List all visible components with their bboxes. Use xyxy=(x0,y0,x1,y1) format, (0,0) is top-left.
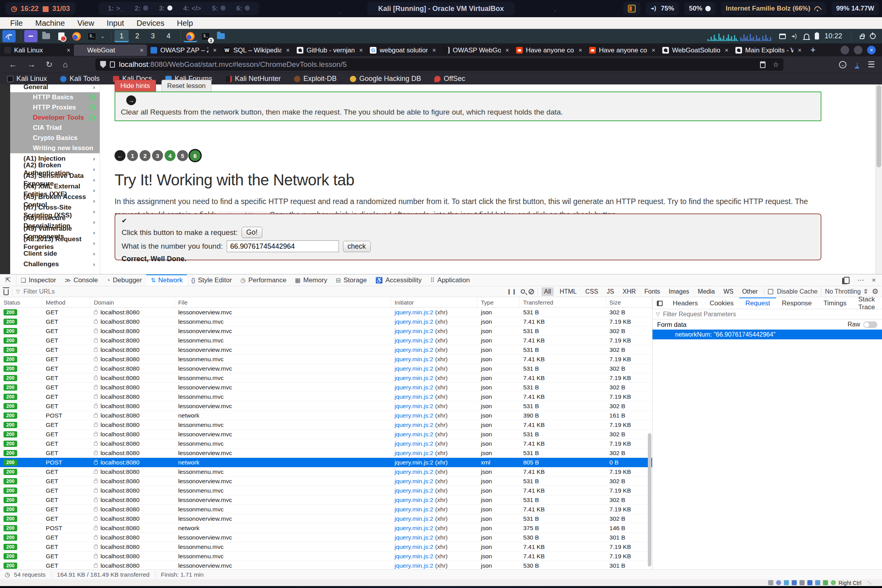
browser-tab[interactable]: WebGoat× xyxy=(74,45,147,56)
devtools-tab[interactable]: ≫Console xyxy=(60,274,102,286)
network-request-row[interactable]: 200 GET localhost:8080 lessonmenu.mvc jq… xyxy=(0,317,652,326)
workspace-indicator-item[interactable]: 1:>_ xyxy=(108,5,124,13)
lock-screen-icon[interactable] xyxy=(860,36,864,39)
go-button[interactable]: Go! xyxy=(242,227,262,238)
network-request-row[interactable]: 200 GET localhost:8080 lessonmenu.mvc jq… xyxy=(0,392,652,402)
request-details-tab[interactable]: Cookies xyxy=(704,298,739,309)
file-manager-icon[interactable] xyxy=(39,30,53,42)
initiator-link[interactable]: jquery.min.js:2 xyxy=(394,440,433,447)
workspace-indicator-item[interactable]: 3: xyxy=(159,5,172,13)
bookmark-item[interactable]: Kali Tools xyxy=(60,75,100,83)
initiator-link[interactable]: jquery.min.js:2 xyxy=(394,497,433,504)
request-type-filter-button[interactable]: Media xyxy=(695,287,718,296)
initiator-link[interactable]: jquery.min.js:2 xyxy=(394,337,433,344)
initiator-link[interactable]: jquery.min.js:2 xyxy=(394,346,433,353)
devtools-tab[interactable]: ⊟Storage xyxy=(332,274,371,286)
request-type-filter-button[interactable]: All xyxy=(541,287,554,296)
vbox-menu-item[interactable]: Machine xyxy=(29,17,71,29)
scrollbar-thumb[interactable] xyxy=(877,85,881,167)
browser-tab[interactable]: GitHub - vernjan/we× xyxy=(293,45,366,56)
lesson-page-button[interactable]: 1 xyxy=(127,150,138,161)
raw-toggle[interactable] xyxy=(863,321,877,328)
initiator-link[interactable]: jquery.min.js:2 xyxy=(394,431,433,438)
tab-close-icon[interactable]: × xyxy=(285,47,290,54)
tab-close-icon[interactable]: × xyxy=(65,47,70,54)
lesson-page-button[interactable]: 4 xyxy=(165,150,176,161)
bookmark-item[interactable]: Kali Linux xyxy=(7,75,47,83)
optical-drive-icon[interactable] xyxy=(776,580,781,585)
initiator-link[interactable]: jquery.min.js:2 xyxy=(394,393,433,400)
network-column-header[interactable]: Domain xyxy=(90,298,175,307)
filter-request-parameters-input[interactable] xyxy=(663,311,776,318)
tab-close-icon[interactable]: × xyxy=(796,47,801,54)
back-button[interactable]: ← xyxy=(4,60,22,69)
network-column-header[interactable]: File xyxy=(175,298,391,307)
lesson-page-button[interactable]: 6 xyxy=(190,150,201,161)
volume-tray-icon[interactable] xyxy=(791,34,798,39)
lesson-page-button[interactable]: 5 xyxy=(177,150,188,161)
disable-cache-checkbox[interactable] xyxy=(768,289,773,294)
clear-requests-icon[interactable] xyxy=(4,289,9,295)
bookmark-item[interactable]: OffSec xyxy=(434,75,465,83)
battery-applet[interactable]: 99% 14.77W xyxy=(832,2,879,15)
network-request-row[interactable]: 200 GET localhost:8080 lessonoverview.mv… xyxy=(0,402,652,411)
browser-tab[interactable]: OWASP ZAP – ZAP i× xyxy=(147,45,220,56)
lesson-page-button[interactable]: 3 xyxy=(152,150,163,161)
network-request-row[interactable]: 200 GET localhost:8080 lessonmenu.mvc jq… xyxy=(0,373,652,383)
network-request-row[interactable]: 200 GET localhost:8080 lessonoverview.mv… xyxy=(0,383,652,392)
request-type-filter-button[interactable]: JS xyxy=(604,287,617,296)
reset-lesson-button[interactable]: Reset lesson xyxy=(161,80,212,92)
scrollbar-thumb[interactable] xyxy=(648,433,651,566)
sidebar-lesson-item[interactable]: HTTP Proxies✓ xyxy=(10,102,100,113)
pager-back-button[interactable]: ← xyxy=(115,150,125,161)
initiator-link[interactable]: jquery.min.js:2 xyxy=(394,468,433,475)
url-bar[interactable]: localhost:8080/WebGoat/start.mvc#lesson/… xyxy=(95,58,783,71)
network-column-header[interactable]: Type xyxy=(477,298,520,307)
firefox-launcher-icon[interactable] xyxy=(70,30,83,42)
initiator-link[interactable]: jquery.min.js:2 xyxy=(394,534,433,541)
devtools-tab[interactable]: {}Style Editor xyxy=(187,274,236,286)
browser-tab[interactable]: Have anyone comple× xyxy=(586,45,659,56)
vbox-menu-item[interactable]: Help xyxy=(170,17,199,29)
devtools-tab[interactable]: ◷Performance xyxy=(236,274,290,286)
new-tab-button[interactable]: + xyxy=(805,45,821,55)
tab-close-icon[interactable]: × xyxy=(577,47,582,54)
sidebar-lesson-item[interactable]: Developer Tools✓ xyxy=(10,113,100,123)
terminal-launcher-icon[interactable]: $_ xyxy=(85,30,99,42)
network-request-row[interactable]: 200 GET localhost:8080 lessonoverview.mv… xyxy=(0,364,652,373)
network-request-row[interactable]: 200 GET localhost:8080 lessonoverview.mv… xyxy=(0,448,652,458)
network-request-row[interactable]: 200 GET localhost:8080 lessonmenu.mvc jq… xyxy=(0,505,652,514)
network-request-row[interactable]: 200 POST localhost:8080 network jquery.m… xyxy=(0,523,652,533)
network-request-row[interactable]: 200 GET localhost:8080 lessonoverview.mv… xyxy=(0,533,652,542)
request-details-tab[interactable]: Stack Trace xyxy=(852,298,882,309)
initiator-link[interactable]: jquery.min.js:2 xyxy=(394,450,433,457)
sidebar-category-item[interactable]: Challenges› xyxy=(10,259,100,269)
vbox-menu-item[interactable]: View xyxy=(71,17,100,29)
workspace-indicator-item[interactable]: 4:</> xyxy=(183,5,201,13)
form-data-param[interactable]: networkNum: "66.90761745442964" xyxy=(653,330,882,339)
initiator-link[interactable]: jquery.min.js:2 xyxy=(394,459,433,466)
initiator-link[interactable]: jquery.min.js:2 xyxy=(394,543,433,550)
devtools-tab[interactable]: ◔Debugger xyxy=(102,274,146,286)
sidebar-category-item[interactable]: (A8:2013) Request Forgeries› xyxy=(10,238,100,248)
initiator-link[interactable]: jquery.min.js:2 xyxy=(394,403,433,410)
network-column-header[interactable]: Initiator xyxy=(391,298,477,307)
browser-tab[interactable]: Kali Linux× xyxy=(1,45,74,56)
request-type-filter-button[interactable]: CSS xyxy=(583,287,601,296)
initiator-link[interactable]: jquery.min.js:2 xyxy=(394,487,433,494)
text-editor-icon[interactable] xyxy=(55,30,68,42)
network-request-row[interactable]: 200 GET localhost:8080 lessonoverview.mv… xyxy=(0,477,652,486)
logout-icon[interactable] xyxy=(870,33,876,39)
brightness-applet[interactable]: 50% xyxy=(684,2,715,15)
window-close-button[interactable]: × xyxy=(867,46,876,54)
network-request-row[interactable]: 200 GET localhost:8080 lessonoverview.mv… xyxy=(0,308,652,317)
workspace-indicator[interactable]: 1:>_2:3:4:</>5:6: xyxy=(99,2,259,15)
pause-traffic-icon[interactable]: ❙❙ xyxy=(507,289,517,294)
notification-applet[interactable] xyxy=(623,2,640,15)
forward-button[interactable]: → xyxy=(22,60,41,69)
devtools-tab[interactable]: ❏Inspector xyxy=(16,274,60,286)
browser-tab[interactable]: Have anyone comple× xyxy=(513,45,586,56)
pocket-icon[interactable]: ⌄ xyxy=(839,61,846,68)
recording-icon[interactable] xyxy=(823,580,828,585)
initiator-link[interactable]: jquery.min.js:2 xyxy=(394,365,433,372)
